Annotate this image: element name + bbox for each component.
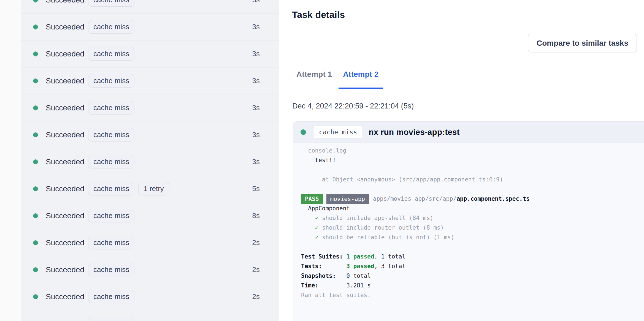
terminal-line: Test Suites: 1 passed, 1 total <box>301 252 644 262</box>
task-row[interactable]: Succeededcache miss3s <box>21 94 279 121</box>
terminal-text-segment: , 3 total <box>374 263 406 270</box>
terminal-line: ✓ should include app-shell (84 ms) <box>301 213 644 223</box>
terminal-text-segment: Snapshots: <box>301 273 346 279</box>
task-row[interactable]: Succeededcache miss2s <box>21 229 279 256</box>
terminal-text-segment: at Object.<anonymous> (src/app/app.compo… <box>322 176 503 183</box>
task-duration: 2s <box>252 238 260 247</box>
task-duration: 8s <box>252 211 260 220</box>
cache-status-badge: cache miss <box>88 182 134 195</box>
tab-attempt-1[interactable]: Attempt 1 <box>292 69 336 89</box>
status-dot-icon <box>33 0 38 2</box>
terminal-line: Time: 3.281 s <box>301 281 644 290</box>
terminal-text-segment: Time: <box>301 282 346 289</box>
cache-status-badge: cache miss <box>88 236 134 249</box>
terminal-blank-line <box>301 165 644 175</box>
terminal-body[interactable]: console.log test!! at Object.<anonymous>… <box>293 143 644 321</box>
task-row[interactable]: Succeededcache miss3s <box>21 13 279 40</box>
terminal-text-segment: 3 passed <box>346 263 374 270</box>
task-row[interactable]: Succeededcache miss2s <box>21 283 279 310</box>
cache-status-badge: cache miss <box>88 155 134 168</box>
terminal-line: test!! <box>301 156 644 165</box>
spec-path: apps/movies-app/src/app/ <box>373 194 456 204</box>
status-dot-icon <box>33 105 38 110</box>
task-row[interactable]: Succeededcache miss3s <box>21 0 279 13</box>
status-dot-icon <box>33 132 38 137</box>
task-status-label: Succeeded <box>46 184 84 193</box>
task-row[interactable]: Succeededcache miss8s <box>21 202 279 229</box>
cache-status-badge: cache miss <box>88 128 134 142</box>
task-status-label: Succeeded <box>46 50 84 58</box>
task-duration: 3s <box>252 50 260 58</box>
terminal-header: cache miss nx run movies-app:test <box>293 122 644 143</box>
cache-status-badge: cache miss <box>88 263 134 276</box>
task-row[interactable]: Succeededcache miss1 retry5s <box>21 175 279 202</box>
tab-attempt-2[interactable]: Attempt 2 <box>339 69 383 89</box>
terminal-text-segment: 1 passed <box>346 253 374 260</box>
retry-badge: 1 retry <box>138 182 169 195</box>
cache-status-badge: cache miss <box>88 317 134 321</box>
status-dot-icon <box>33 294 38 299</box>
terminal-line: at Object.<anonymous> (src/app/app.compo… <box>301 175 644 184</box>
terminal-text-segment: Test Suites: <box>301 253 346 260</box>
task-status-label: Succeeded <box>46 0 84 4</box>
terminal-text-segment: console.log <box>308 147 346 154</box>
task-duration: 3s <box>252 0 260 4</box>
task-status-label: Succeeded <box>46 319 84 321</box>
cache-status-badge: cache miss <box>88 20 134 34</box>
cache-status-badge: cache miss <box>88 47 134 61</box>
task-status-label: Succeeded <box>46 77 84 85</box>
terminal-text-segment: 0 total <box>346 273 371 279</box>
terminal-text-segment: ✓ <box>315 234 322 241</box>
terminal-text-segment: ✓ <box>315 215 322 221</box>
jest-result-line: PASSmovies-appapps/movies-app/src/app/ap… <box>301 194 644 204</box>
task-row[interactable]: Succeededcache miss3s <box>21 40 279 67</box>
task-details-panel: Task details Compare to similar tasks At… <box>279 0 644 321</box>
status-dot-icon <box>33 186 38 191</box>
task-row[interactable]: Succeededcache miss2s <box>21 256 279 283</box>
task-command: nx run movies-app:test <box>369 127 459 137</box>
project-badge: movies-app <box>326 194 369 204</box>
task-status-label: Succeeded <box>46 23 84 31</box>
task-duration: 3s <box>252 23 260 31</box>
status-dot-icon <box>33 213 38 218</box>
terminal-blank-line <box>301 242 644 252</box>
terminal-text-segment: should include router-outlet (8 ms) <box>322 224 444 231</box>
terminal-text-segment: , 1 total <box>374 253 406 260</box>
task-duration: 2s <box>252 265 260 274</box>
task-duration: 3s <box>252 77 260 85</box>
terminal-text-segment: should include app-shell (84 ms) <box>322 215 434 221</box>
task-status-label: Succeeded <box>46 265 84 274</box>
cache-status-badge: cache miss <box>88 0 134 7</box>
terminal-text-segment: Tests: <box>301 263 346 270</box>
task-row[interactable]: Succeededcache miss3s <box>21 67 279 94</box>
terminal-line: console.log <box>301 146 644 156</box>
task-list: Succeededcache miss3sSucceededcache miss… <box>21 0 279 321</box>
spec-filename: app.component.spec.ts <box>456 194 530 204</box>
task-status-label: Succeeded <box>46 238 84 247</box>
task-status-label: Succeeded <box>46 292 84 301</box>
status-dot-icon <box>301 129 306 135</box>
status-dot-icon <box>33 159 38 164</box>
terminal-line: AppComponent <box>301 204 644 213</box>
task-status-label: Succeeded <box>46 104 84 112</box>
terminal-text-segment: should be reliable (but is not) (1 ms) <box>322 234 454 241</box>
task-duration: 3s <box>252 130 260 139</box>
cache-status-badge: cache miss <box>88 101 134 115</box>
task-row[interactable]: Succeededcache miss3s <box>21 148 279 175</box>
terminal-line: ✓ should be reliable (but is not) (1 ms) <box>301 233 644 242</box>
cache-status-badge: cache miss <box>88 209 134 222</box>
terminal-text-segment: ✓ <box>315 224 322 231</box>
task-row[interactable]: Succeededcache miss <box>21 310 279 321</box>
terminal-blank-line <box>301 184 644 194</box>
status-dot-icon <box>33 267 38 272</box>
task-duration: 2s <box>252 292 260 301</box>
task-runner-page: Succeededcache miss3sSucceededcache miss… <box>0 0 644 321</box>
status-dot-icon <box>33 240 38 245</box>
attempt-date-range: Dec 4, 2024 22:20:59 - 22:21:04 (5s) <box>292 102 414 110</box>
terminal-text-segment: AppComponent <box>308 205 350 212</box>
terminal-line: Tests: 3 passed, 3 total <box>301 262 644 271</box>
task-row[interactable]: Succeededcache miss3s <box>21 121 279 148</box>
compare-to-similar-tasks-button[interactable]: Compare to similar tasks <box>528 34 637 52</box>
status-dot-icon <box>33 78 38 83</box>
task-status-label: Succeeded <box>46 130 84 139</box>
